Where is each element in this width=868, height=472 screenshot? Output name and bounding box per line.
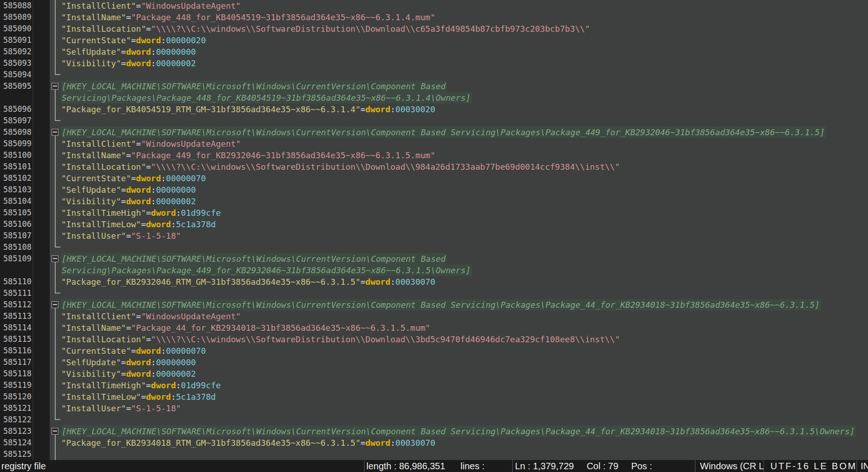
registry-key: "SelfUpdate" <box>61 185 121 195</box>
line-number: 585115 <box>0 334 50 345</box>
registry-key: "Visibility" <box>61 196 121 206</box>
code-text[interactable]: "InstallName"="Package_449_for_KB2932046… <box>61 150 435 161</box>
registry-string-value: "WindowsUpdateAgent" <box>141 1 241 11</box>
code-line: 585113"InstallClient"="WindowsUpdateAgen… <box>0 311 868 322</box>
code-text[interactable]: [HKEY_LOCAL_MACHINE\SOFTWARE\Microsoft\W… <box>61 253 447 265</box>
code-line: 585105"InstallTimeHigh"=dword:01d99cfe <box>0 207 868 219</box>
registry-key: "SelfUpdate" <box>61 47 121 57</box>
code-text[interactable]: "CurrentState"=dword:00000070 <box>61 173 206 184</box>
fold-collapse-icon[interactable] <box>50 426 61 437</box>
code-text[interactable]: "Package_for_KB2934018_RTM_GM~31bf3856ad… <box>61 437 435 449</box>
equals-sign: = <box>131 35 136 45</box>
code-text[interactable]: "InstallTimeHigh"=dword:01d99cfe <box>61 207 221 219</box>
code-text[interactable]: "SelfUpdate"=dword:00000000 <box>61 46 196 58</box>
fold-margin <box>50 12 61 23</box>
code-text[interactable] <box>61 414 61 426</box>
fold-margin <box>50 35 61 46</box>
hex-value: 00000000 <box>156 185 196 195</box>
code-text[interactable]: "CurrentState"=dword:00000020 <box>61 35 206 46</box>
colon: : <box>151 369 156 379</box>
code-line: 585088"InstallClient"="WindowsUpdateAgen… <box>0 0 868 12</box>
code-text[interactable]: "Package_for_KB2932046_RTM_GM~31bf3856ad… <box>61 276 435 288</box>
code-editor[interactable]: 585088"InstallClient"="WindowsUpdateAgen… <box>0 0 868 460</box>
fold-margin <box>50 276 61 288</box>
hex-value: 5c1a378d <box>176 392 216 402</box>
code-text[interactable]: Servicing\Packages\Package_448_for_KB405… <box>61 92 472 104</box>
registry-string-value: "Package_44_for_KB2934018~31bf3856ad364e… <box>131 323 430 333</box>
code-text[interactable]: "InstallUser"="S-1-5-18" <box>61 403 181 414</box>
colon: : <box>151 185 156 195</box>
code-text[interactable] <box>61 449 61 460</box>
code-text[interactable]: [HKEY_LOCAL_MACHINE\SOFTWARE\Microsoft\W… <box>61 127 826 138</box>
hex-value: 01d99cfe <box>181 380 221 390</box>
text-editor-window: 585088"InstallClient"="WindowsUpdateAgen… <box>0 0 868 472</box>
dword-keyword: dword <box>126 357 151 367</box>
line-number: 585098 <box>0 127 50 138</box>
line-number: 585092 <box>0 46 50 58</box>
code-text[interactable] <box>61 288 61 299</box>
status-length-lines[interactable]: length : 86,986,351 lines : <box>364 460 512 472</box>
code-line: 585120"InstallTimeLow"=dword:5c1a378d <box>0 391 868 403</box>
code-text[interactable] <box>61 115 61 127</box>
line-number: 585096 <box>0 104 50 115</box>
code-text[interactable]: "InstallClient"="WindowsUpdateAgent" <box>61 311 241 322</box>
hex-value: 00000002 <box>156 196 196 206</box>
line-number: 585121 <box>0 403 50 414</box>
dword-keyword: dword <box>126 58 151 68</box>
status-cursor-position[interactable]: Ln : 1,379,729 Col : 79 Pos : <box>512 460 695 472</box>
dword-keyword: dword <box>146 219 171 229</box>
dword-keyword: dword <box>136 35 161 45</box>
code-text[interactable]: "InstallLocation"="\\\\?\\C:\\windows\\S… <box>61 23 590 35</box>
code-text[interactable]: "InstallTimeLow"=dword:5c1a378d <box>61 391 216 403</box>
registry-key: "Visibility" <box>61 369 121 379</box>
code-text[interactable]: "InstallLocation"="\\\\?\\C:\\windows\\S… <box>61 334 620 345</box>
code-line: 585111 <box>0 288 868 299</box>
line-number: 585101 <box>0 161 50 173</box>
line-number: 585103 <box>0 184 50 196</box>
fold-margin <box>50 345 61 357</box>
line-number: 585102 <box>0 173 50 184</box>
fold-margin <box>50 265 61 276</box>
line-number: 585109 <box>0 253 50 265</box>
code-text[interactable]: Servicing\Packages\Package_449_for_KB293… <box>61 265 472 276</box>
code-text[interactable] <box>61 242 61 253</box>
code-text[interactable]: "SelfUpdate"=dword:00000000 <box>61 184 196 196</box>
code-text[interactable]: "CurrentState"=dword:00000070 <box>61 345 206 357</box>
code-text[interactable]: [HKEY_LOCAL_MACHINE\SOFTWARE\Microsoft\W… <box>61 81 447 92</box>
code-text[interactable]: "InstallTimeHigh"=dword:01d99cfe <box>61 380 221 391</box>
code-line: 585101"InstallLocation"="\\\\?\\C:\\wind… <box>0 161 868 173</box>
code-text[interactable]: "InstallClient"="WindowsUpdateAgent" <box>61 138 241 150</box>
code-text[interactable]: "SelfUpdate"=dword:00000000 <box>61 357 196 368</box>
fold-collapse-icon[interactable] <box>50 253 61 265</box>
code-text[interactable]: "Visibility"=dword:00000002 <box>61 196 196 207</box>
code-text[interactable]: "InstallTimeLow"=dword:5c1a378d <box>61 219 216 230</box>
fold-collapse-icon[interactable] <box>50 299 61 311</box>
code-text[interactable]: "Visibility"=dword:00000002 <box>61 368 196 380</box>
fold-margin <box>50 104 61 115</box>
code-text[interactable]: [HKEY_LOCAL_MACHINE\SOFTWARE\Microsoft\W… <box>61 299 821 311</box>
status-encoding[interactable]: UTF-16 LE BOM <box>764 460 856 472</box>
code-text[interactable] <box>61 69 61 81</box>
status-eol-format[interactable]: Windows (CR LF) <box>695 460 764 472</box>
equals-sign: = <box>146 334 151 344</box>
code-line: 585098[HKEY_LOCAL_MACHINE\SOFTWARE\Micro… <box>0 127 868 138</box>
status-insert-mode[interactable]: INS <box>856 460 868 472</box>
line-number: 585090 <box>0 23 50 35</box>
code-text[interactable]: "InstallLocation"="\\\\?\\C:\\windows\\S… <box>61 161 620 173</box>
code-text[interactable]: "Visibility"=dword:00000002 <box>61 58 196 69</box>
fold-collapse-icon[interactable] <box>50 127 61 138</box>
fold-collapse-icon[interactable] <box>50 81 61 92</box>
code-text[interactable]: [HKEY_LOCAL_MACHINE\SOFTWARE\Microsoft\W… <box>61 426 856 437</box>
code-text[interactable]: "InstallClient"="WindowsUpdateAgent" <box>61 0 241 12</box>
dword-keyword: dword <box>126 47 151 57</box>
code-text[interactable]: "Package_for_KB4054519_RTM_GM~31bf3856ad… <box>61 104 435 115</box>
code-text[interactable]: "InstallUser"="S-1-5-18" <box>61 230 181 242</box>
registry-key: "CurrentState" <box>61 35 131 45</box>
line-number: 585114 <box>0 322 50 334</box>
dword-keyword: dword <box>365 104 390 114</box>
fold-margin <box>50 437 61 449</box>
code-text[interactable]: "InstallName"="Package_44_for_KB2934018~… <box>61 322 430 334</box>
line-number: 585094 <box>0 69 50 81</box>
code-text[interactable]: "InstallName"="Package_448_for_KB4054519… <box>61 12 435 23</box>
colon: : <box>176 380 181 390</box>
